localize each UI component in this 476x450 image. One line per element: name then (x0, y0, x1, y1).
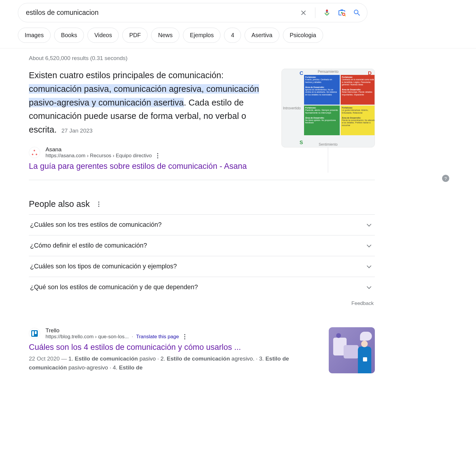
more-options-icon[interactable] (157, 153, 158, 158)
help-icon[interactable]: ? (442, 175, 449, 182)
snippet-date: 27 Jan 2023 (62, 128, 93, 134)
result-thumbnail[interactable] (329, 327, 375, 373)
image-search-icon[interactable] (337, 8, 346, 17)
chip-psicologia[interactable]: Psicologia (283, 28, 323, 43)
search-bar[interactable] (18, 3, 367, 22)
svg-point-0 (342, 13, 345, 15)
filter-chips: Images Books Videos PDF News Ejemplos 4 … (0, 22, 476, 48)
chip-4[interactable]: 4 (224, 28, 241, 43)
source-name: Trello (46, 327, 185, 334)
trello-favicon (29, 328, 40, 339)
chip-asertiva[interactable]: Asertiva (245, 28, 279, 43)
paa-item[interactable]: ¿Qué son los estilos de comunicación y d… (29, 277, 375, 298)
feedback-link[interactable]: Feedback (29, 298, 375, 306)
chip-ejemplos[interactable]: Ejemplos (183, 28, 220, 43)
paa-item[interactable]: ¿Cuáles son los tipos de comunicación y … (29, 256, 375, 277)
source-row: Asana https://asana.com › Recursos › Equ… (29, 146, 270, 159)
chip-images[interactable]: Images (18, 28, 51, 43)
divider (315, 7, 315, 18)
search-icon[interactable] (353, 9, 361, 17)
chevron-down-icon (367, 243, 372, 248)
chevron-down-icon (367, 264, 372, 268)
featured-image[interactable]: Pensamiento Sentimiento Introvertido Ext… (281, 69, 375, 147)
chip-news[interactable]: News (151, 28, 179, 43)
source-name: Asana (46, 146, 158, 153)
paa-more-icon[interactable] (98, 202, 99, 207)
featured-snippet: Existen cuatro estilos principales de co… (29, 69, 375, 180)
chip-pdf[interactable]: PDF (122, 28, 148, 43)
translate-link[interactable]: Translate this page (136, 334, 179, 340)
people-also-ask: People also ask ¿Cuáles son los tres est… (29, 199, 375, 306)
clear-icon[interactable] (300, 9, 307, 17)
chevron-down-icon (367, 222, 372, 227)
search-result: Trello https://blog.trello.com › que-son… (29, 327, 375, 373)
search-input[interactable] (24, 9, 300, 17)
asana-favicon (29, 147, 40, 158)
featured-result-title[interactable]: La guía para gerentes sobre estilos de c… (29, 162, 270, 171)
paa-title: People also ask (29, 199, 90, 209)
voice-search-icon[interactable] (323, 8, 331, 18)
source-url: https://blog.trello.com › que-son-los... (46, 334, 129, 340)
source-url: https://asana.com › Recursos › Equipo di… (46, 153, 152, 159)
result-stats: About 6,520,000 results (0.31 seconds) (29, 55, 375, 62)
result-title[interactable]: Cuáles son los 4 estilos de comunicación… (29, 343, 320, 352)
svg-point-1 (341, 12, 343, 13)
more-options-icon[interactable] (184, 334, 185, 339)
chevron-down-icon (367, 284, 372, 289)
result-snippet: 22 Oct 2020 — 1. Estilo de comunicación … (29, 354, 320, 372)
snippet-text: Existen cuatro estilos principales de co… (29, 69, 270, 137)
chip-videos[interactable]: Videos (87, 28, 119, 43)
paa-item[interactable]: ¿Cuáles son los tres estilos de comunica… (29, 214, 375, 235)
chip-books[interactable]: Books (54, 28, 84, 43)
paa-item[interactable]: ¿Cómo definir el estilo de comunicación? (29, 235, 375, 256)
